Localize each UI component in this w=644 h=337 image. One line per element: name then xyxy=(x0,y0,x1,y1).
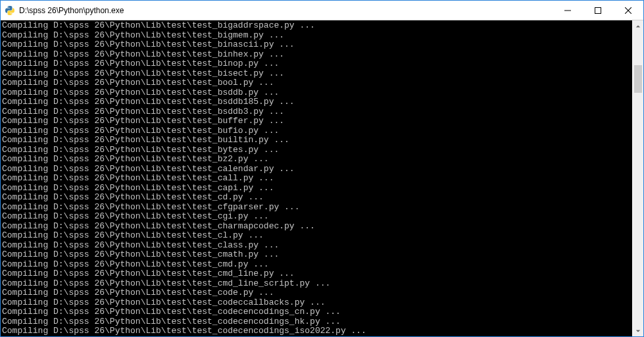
maximize-button[interactable] xyxy=(583,1,613,20)
scroll-thumb[interactable] xyxy=(634,65,642,93)
console-output: Compiling D:\spss 26\Python\Lib\test\tes… xyxy=(1,20,632,336)
window-frame: D:\spss 26\Python\python.exe Compiling D… xyxy=(0,0,644,337)
minimize-button[interactable] xyxy=(553,1,583,20)
scroll-up-button[interactable] xyxy=(633,20,643,32)
titlebar[interactable]: D:\spss 26\Python\python.exe xyxy=(1,1,643,20)
vertical-scrollbar[interactable] xyxy=(632,20,643,336)
window-controls xyxy=(553,1,643,20)
window-title: D:\spss 26\Python\python.exe xyxy=(19,6,553,15)
svg-rect-1 xyxy=(595,7,601,13)
close-button[interactable] xyxy=(613,1,643,20)
scroll-down-button[interactable] xyxy=(633,325,643,336)
client-area: Compiling D:\spss 26\Python\Lib\test\tes… xyxy=(1,20,643,336)
svg-rect-0 xyxy=(564,10,571,11)
python-icon xyxy=(5,5,15,16)
